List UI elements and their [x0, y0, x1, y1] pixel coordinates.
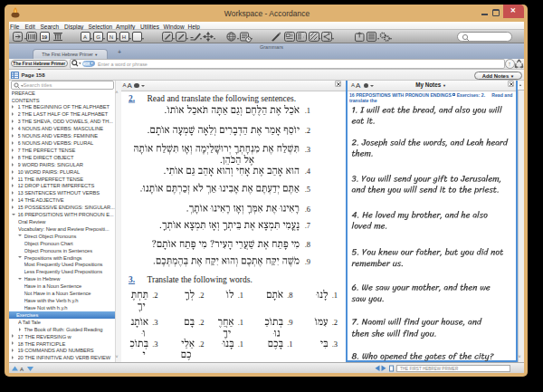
svg-text:.5: .5 — [305, 185, 310, 194]
svg-text:.3: .3 — [332, 339, 338, 349]
svg-text:.2: .2 — [152, 291, 157, 300]
svg-text:.1: .1 — [287, 339, 292, 349]
svg-text:.2: .2 — [198, 339, 204, 349]
svg-text:.2: .2 — [305, 126, 310, 135]
svg-text:.2: .2 — [198, 291, 204, 300]
svg-text:.9: .9 — [287, 318, 292, 327]
svg-text:.7: .7 — [305, 221, 310, 230]
svg-text:2.: 2. — [129, 94, 135, 103]
svg-text:.9: .9 — [305, 257, 310, 266]
svg-text:.1: .1 — [332, 291, 338, 300]
svg-text:.1: .1 — [238, 291, 243, 300]
svg-text:Read and translate the followi: Read and translate the following sentenc… — [148, 94, 297, 103]
svg-text:.8: .8 — [305, 240, 310, 249]
svg-text:3.: 3. — [129, 275, 135, 284]
svg-text:.4: .4 — [305, 167, 311, 176]
svg-text:.2: .2 — [198, 318, 204, 327]
svg-text:.6: .6 — [305, 205, 310, 214]
svg-text:.3: .3 — [305, 145, 310, 154]
svg-text:.2: .2 — [332, 318, 338, 327]
svg-text:.1: .1 — [238, 318, 243, 327]
svg-text:.1: .1 — [238, 339, 243, 349]
svg-text:.1: .1 — [305, 106, 310, 115]
svg-text:.3: .3 — [152, 318, 157, 327]
svg-text:.8: .8 — [287, 291, 292, 300]
svg-text:Translate the following words.: Translate the following words. — [148, 275, 252, 284]
svg-text:.3: .3 — [152, 339, 157, 349]
